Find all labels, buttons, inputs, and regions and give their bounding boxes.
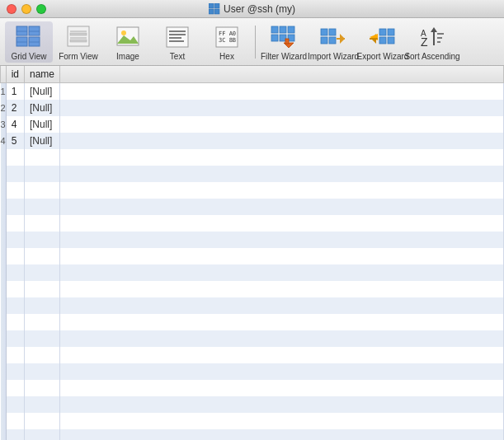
id-cell[interactable]: 1 xyxy=(6,83,24,100)
empty-cell xyxy=(60,281,504,297)
empty-cell xyxy=(60,380,504,396)
row-num-cell: 2 xyxy=(1,100,7,116)
sort-ascending-icon: A Z xyxy=(419,25,445,50)
sort-ascending-button[interactable]: A Z Sort Ascending xyxy=(408,21,456,63)
text-button[interactable]: Text xyxy=(153,21,201,63)
name-cell[interactable]: [Null] xyxy=(24,133,59,149)
form-view-icon xyxy=(65,25,92,50)
export-wizard-button[interactable]: Export Wizard xyxy=(359,21,407,63)
svg-rect-36 xyxy=(321,29,327,35)
row-num-cell: 4 xyxy=(1,133,7,149)
svg-rect-5 xyxy=(29,26,40,35)
svg-rect-42 xyxy=(379,29,386,35)
empty-cell xyxy=(1,215,7,232)
empty-cell xyxy=(60,330,504,347)
table-row[interactable]: 34[Null] xyxy=(1,116,504,133)
empty-row xyxy=(1,363,504,380)
empty-cell xyxy=(1,281,7,297)
extra-cell xyxy=(60,133,504,149)
empty-cell xyxy=(1,347,7,363)
empty-cell xyxy=(60,314,504,330)
empty-cell xyxy=(6,297,24,314)
empty-cell xyxy=(60,264,504,281)
empty-cell xyxy=(1,182,7,199)
svg-rect-20 xyxy=(167,27,188,47)
empty-cell xyxy=(60,232,504,248)
empty-cell xyxy=(1,149,7,166)
filter-wizard-button[interactable]: Filter Wizard xyxy=(260,21,308,63)
import-wizard-button[interactable]: Import Wizard xyxy=(309,21,357,63)
empty-cell xyxy=(60,396,504,413)
empty-row xyxy=(1,166,504,182)
empty-cell xyxy=(24,264,59,281)
empty-cell xyxy=(1,396,7,413)
svg-rect-14 xyxy=(70,33,87,35)
empty-row xyxy=(1,248,504,264)
empty-cell xyxy=(1,314,7,330)
id-cell[interactable]: 2 xyxy=(6,100,24,116)
id-cell[interactable]: 4 xyxy=(6,116,24,133)
empty-cell xyxy=(60,363,504,380)
empty-cell xyxy=(6,380,24,396)
empty-cell xyxy=(24,248,59,264)
svg-rect-3 xyxy=(214,9,219,14)
svg-rect-16 xyxy=(70,40,87,42)
name-cell[interactable]: [Null] xyxy=(24,116,59,133)
name-cell[interactable]: [Null] xyxy=(24,100,59,116)
table-row[interactable]: 45[Null] xyxy=(1,133,504,149)
table-row[interactable]: 11[Null] xyxy=(1,83,504,100)
empty-cell xyxy=(6,264,24,281)
svg-rect-43 xyxy=(388,29,394,35)
text-label: Text xyxy=(170,52,185,61)
empty-cell xyxy=(6,413,24,429)
svg-rect-37 xyxy=(329,29,336,35)
svg-rect-39 xyxy=(329,37,336,44)
empty-cell xyxy=(60,149,504,166)
row-num-header xyxy=(1,66,7,83)
import-wizard-label: Import Wizard xyxy=(308,52,359,61)
empty-row xyxy=(1,413,504,429)
empty-cell xyxy=(1,330,7,347)
close-button[interactable] xyxy=(7,4,16,14)
empty-cell xyxy=(24,281,59,297)
grid-view-button[interactable]: Grid View xyxy=(5,21,53,63)
hex-button[interactable]: FF A0 3C 8B Hex xyxy=(203,21,251,63)
svg-text:Z: Z xyxy=(421,35,428,49)
empty-cell xyxy=(60,215,504,232)
image-button[interactable]: Image xyxy=(104,21,152,63)
empty-cell xyxy=(6,396,24,413)
table-header-row: id name xyxy=(1,66,504,83)
empty-row xyxy=(1,264,504,281)
extra-cell xyxy=(60,116,504,133)
empty-cell xyxy=(60,413,504,429)
empty-cell xyxy=(6,149,24,166)
name-cell[interactable]: [Null] xyxy=(24,83,59,100)
empty-row xyxy=(1,149,504,166)
import-wizard-icon xyxy=(320,25,346,50)
maximize-button[interactable] xyxy=(36,4,46,14)
grid-view-label: Grid View xyxy=(11,52,46,61)
form-view-label: Form View xyxy=(59,52,98,61)
window-controls xyxy=(7,4,46,14)
empty-cell xyxy=(6,199,24,215)
empty-cell xyxy=(1,232,7,248)
hex-icon: FF A0 3C 8B xyxy=(214,25,240,50)
empty-cell xyxy=(60,248,504,264)
svg-rect-0 xyxy=(209,3,214,8)
row-num-cell: 3 xyxy=(1,116,7,133)
title-bar: User @ssh (my) xyxy=(0,0,504,18)
empty-cell xyxy=(6,248,24,264)
empty-row xyxy=(1,297,504,314)
empty-row xyxy=(1,314,504,330)
table-icon xyxy=(209,3,220,15)
id-cell[interactable]: 5 xyxy=(6,133,24,149)
minimize-button[interactable] xyxy=(21,4,31,14)
form-view-button[interactable]: Form View xyxy=(54,21,102,63)
empty-cell xyxy=(60,429,504,441)
col-name-header[interactable]: name xyxy=(24,66,59,83)
empty-cell xyxy=(24,380,59,396)
empty-cell xyxy=(6,330,24,347)
table-row[interactable]: 22[Null] xyxy=(1,100,504,116)
col-id-header[interactable]: id xyxy=(6,66,24,83)
svg-rect-35 xyxy=(285,39,289,44)
